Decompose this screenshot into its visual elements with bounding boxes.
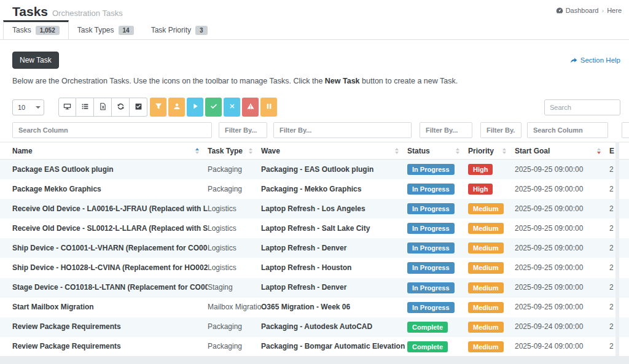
priority-badge: Medium bbox=[468, 242, 504, 254]
cell-end-goal: 2 bbox=[609, 258, 629, 277]
filter-name-input[interactable] bbox=[12, 122, 212, 138]
table-row[interactable]: Ship Device - HO1028-L-CVINA (Replacemen… bbox=[0, 258, 629, 277]
cell-status: Complete bbox=[407, 337, 468, 357]
cell-wave: Laptop Refresh - Houston bbox=[261, 258, 407, 277]
check-square-button[interactable] bbox=[130, 98, 147, 117]
cell-name: Stage Device - CO1018-L-LTANN (Replaceme… bbox=[0, 278, 208, 298]
cell-start-goal: 2025-09-25 09:00:00 bbox=[515, 199, 609, 219]
cell-start-goal: 2025-09-24 09:00:00 bbox=[515, 317, 609, 337]
monitor-button[interactable] bbox=[58, 98, 76, 117]
column-header-wave[interactable]: Wave bbox=[261, 142, 407, 160]
filter-end-goal-input[interactable] bbox=[622, 122, 629, 138]
table-row[interactable]: Review Package RequirementsPackagingPack… bbox=[0, 337, 629, 357]
toolbar-button-group bbox=[58, 98, 147, 117]
filter-icon bbox=[155, 103, 162, 112]
section-description: Below are the Orchestration Tasks. Use t… bbox=[12, 77, 620, 85]
cell-task-type: Packaging bbox=[208, 179, 261, 199]
cell-name: Receive Old Device - SL0012-L-LLARA (Rep… bbox=[0, 219, 208, 238]
cell-end-goal: 2 bbox=[609, 160, 629, 180]
tasks-table-section: NameTask TypeWaveStatusPriorityStart Goa… bbox=[0, 142, 629, 357]
cell-task-type: Packaging bbox=[208, 317, 261, 337]
tab-tasks[interactable]: Tasks 1,052 bbox=[3, 20, 69, 39]
priority-badge: Medium bbox=[468, 262, 504, 273]
x-mark-icon bbox=[229, 103, 236, 112]
list-button[interactable] bbox=[76, 98, 94, 117]
column-label: Wave bbox=[261, 147, 280, 155]
filter-button[interactable] bbox=[150, 98, 166, 117]
search-input[interactable] bbox=[544, 99, 620, 115]
cell-status: In Progress bbox=[407, 160, 468, 180]
cell-task-type: Mailbox Migration bbox=[208, 298, 261, 317]
priority-badge: High bbox=[468, 184, 493, 195]
filter-priority-input[interactable] bbox=[480, 122, 522, 138]
new-task-button[interactable]: New Task bbox=[12, 52, 59, 69]
description-bold: New Task bbox=[325, 77, 360, 85]
cell-status: Complete bbox=[407, 317, 468, 337]
tab-label: Task Types bbox=[77, 26, 114, 34]
cell-name: Ship Device - HO1028-L-CVINA (Replacemen… bbox=[0, 258, 208, 277]
cell-wave: Laptop Refresh - Los Angeles bbox=[261, 199, 407, 219]
cell-start-goal: 2025-09-25 09:00:00 bbox=[515, 258, 609, 277]
table-row[interactable]: Start Mailbox MigrationMailbox Migration… bbox=[0, 298, 629, 317]
file-excel-button[interactable] bbox=[94, 98, 112, 117]
share-arrow-icon bbox=[570, 56, 577, 64]
status-badge: In Progress bbox=[407, 282, 455, 293]
section-content: New Task Section Help Below are the Orch… bbox=[0, 52, 629, 117]
tab-task-priority[interactable]: Task Priority 3 bbox=[143, 20, 216, 39]
table-row[interactable]: Package Mekko GraphicsPackagingPackaging… bbox=[0, 179, 629, 199]
user-icon bbox=[173, 103, 181, 112]
play-button[interactable] bbox=[187, 98, 203, 117]
x-mark-button[interactable] bbox=[224, 98, 240, 117]
cell-priority: Medium bbox=[468, 238, 515, 258]
refresh-icon bbox=[117, 103, 125, 112]
description-text: button to create a new Task. bbox=[360, 77, 458, 85]
table-row[interactable]: Ship Device - CO1001-L-VHARN (Replacemen… bbox=[0, 238, 629, 258]
user-button[interactable] bbox=[168, 98, 185, 117]
filter-wave-input[interactable] bbox=[273, 122, 412, 138]
cell-status: In Progress bbox=[407, 238, 468, 258]
warning-button[interactable] bbox=[242, 98, 259, 117]
monitor-icon bbox=[63, 103, 71, 112]
cell-start-goal: 2025-09-24 09:00:00 bbox=[515, 337, 609, 357]
column-header-priority[interactable]: Priority bbox=[468, 142, 515, 160]
check-button[interactable] bbox=[205, 98, 222, 117]
status-badge: In Progress bbox=[407, 242, 455, 254]
column-header-status[interactable]: Status bbox=[407, 142, 468, 160]
column-header-task-type[interactable]: Task Type bbox=[208, 142, 261, 160]
column-label: Priority bbox=[468, 147, 494, 155]
column-label: Name bbox=[12, 147, 33, 155]
breadcrumb-dashboard[interactable]: Dashboard bbox=[566, 7, 599, 14]
column-filter-row bbox=[0, 122, 629, 138]
column-header-start-goal[interactable]: Start Goal bbox=[515, 142, 609, 160]
status-badge: In Progress bbox=[407, 164, 455, 175]
table-row[interactable]: Stage Device - CO1018-L-LTANN (Replaceme… bbox=[0, 278, 629, 298]
check-square-icon bbox=[135, 103, 143, 112]
table-row[interactable]: Package EAS Outlook pluginPackagingPacka… bbox=[0, 160, 629, 180]
cell-name: Package EAS Outlook plugin bbox=[0, 160, 208, 180]
pause-button[interactable] bbox=[260, 98, 277, 117]
column-header-e[interactable]: E bbox=[609, 142, 629, 160]
cell-end-goal: 2 bbox=[609, 298, 629, 317]
page-size-select[interactable]: 10 bbox=[12, 99, 44, 115]
column-header-name[interactable]: Name bbox=[0, 142, 208, 160]
cell-priority: Medium bbox=[468, 317, 515, 337]
table-row[interactable]: Receive Old Device - LA0016-L-JFRAU (Rep… bbox=[0, 199, 629, 219]
table-row[interactable]: Review Package RequirementsPackagingPack… bbox=[0, 317, 629, 337]
filter-start-goal-input[interactable] bbox=[527, 122, 608, 138]
tab-task-types[interactable]: Task Types 14 bbox=[69, 20, 143, 39]
cell-wave: Packaging - Mekko Graphics bbox=[261, 179, 407, 199]
filter-task-type-input[interactable] bbox=[219, 122, 267, 138]
section-help-link[interactable]: Section Help bbox=[570, 56, 620, 64]
status-badge: In Progress bbox=[407, 262, 455, 273]
description-text: Below are the Orchestration Tasks. Use t… bbox=[12, 77, 325, 85]
priority-badge: Medium bbox=[468, 282, 504, 293]
refresh-button[interactable] bbox=[112, 98, 130, 117]
page-subtitle: Orchestration Tasks bbox=[52, 9, 123, 18]
column-label: E bbox=[609, 147, 614, 155]
play-icon bbox=[192, 103, 199, 112]
table-row[interactable]: Receive Old Device - SL0012-L-LLARA (Rep… bbox=[0, 219, 629, 238]
cell-name: Start Mailbox Migration bbox=[0, 298, 208, 317]
breadcrumb: Dashboard › Here bbox=[556, 7, 622, 14]
pause-icon bbox=[265, 103, 273, 112]
filter-status-input[interactable] bbox=[420, 122, 472, 138]
